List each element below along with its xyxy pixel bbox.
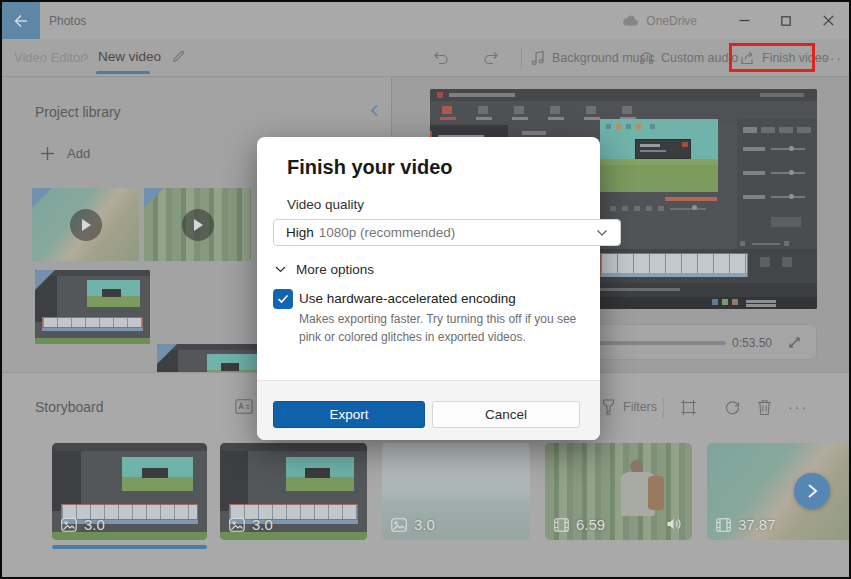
add-label: Add bbox=[67, 146, 90, 161]
finish-video-dialog: Finish your video Video quality High 108… bbox=[257, 137, 600, 440]
hardware-encoding-checkbox[interactable] bbox=[273, 289, 293, 309]
speaker-icon bbox=[666, 517, 682, 531]
back-arrow-icon bbox=[13, 13, 29, 29]
title-bar: Photos OneDrive bbox=[2, 2, 849, 39]
filters-label: Filters bbox=[623, 400, 657, 414]
play-icon bbox=[182, 209, 214, 241]
library-item-screen-recording-1[interactable] bbox=[35, 270, 150, 344]
undo-button[interactable] bbox=[432, 39, 449, 77]
film-icon bbox=[554, 518, 569, 532]
selected-fold-icon bbox=[32, 188, 52, 208]
window-controls bbox=[723, 2, 849, 39]
clip-duration: 3.0 bbox=[252, 516, 273, 533]
filters-button[interactable]: Filters bbox=[602, 399, 657, 415]
photo-icon bbox=[61, 518, 77, 532]
quality-value-secondary: 1080p (recommended) bbox=[319, 225, 456, 240]
background-music-button[interactable]: Background music bbox=[531, 39, 655, 77]
quality-value-primary: High bbox=[286, 225, 314, 240]
chevron-down-icon bbox=[275, 266, 286, 273]
custom-audio-label: Custom audio bbox=[661, 51, 738, 65]
chevron-down-icon bbox=[596, 229, 608, 237]
dialog-title: Finish your video bbox=[287, 156, 453, 179]
breadcrumb-new-video-tab[interactable]: New video bbox=[98, 49, 161, 64]
hardware-encoding-label: Use hardware-accelerated encoding bbox=[299, 291, 516, 306]
photo-icon bbox=[229, 518, 245, 532]
check-icon bbox=[277, 294, 289, 304]
rotate-icon[interactable] bbox=[724, 399, 741, 416]
clip-duration: 37.87 bbox=[738, 516, 776, 533]
back-button[interactable] bbox=[2, 2, 40, 39]
playback-time: 0:53.50 bbox=[732, 336, 772, 350]
delete-trash-icon[interactable] bbox=[757, 399, 772, 416]
active-tab-underline bbox=[96, 71, 150, 74]
clip-duration: 6.59 bbox=[576, 516, 605, 533]
minimize-button[interactable] bbox=[723, 2, 765, 39]
redo-button[interactable] bbox=[483, 39, 500, 77]
selected-fold-icon bbox=[157, 344, 177, 364]
photos-app-window: Photos OneDrive Video Editor New video bbox=[2, 2, 849, 577]
editor-toolbar: Video Editor New video Background music … bbox=[2, 39, 849, 77]
breadcrumb-video-editor[interactable]: Video Editor bbox=[14, 50, 85, 65]
collapse-panel-chevron-left-icon[interactable] bbox=[366, 100, 383, 121]
library-item-forest-hiker[interactable] bbox=[144, 188, 251, 261]
storyboard-clip-3[interactable]: 3.0 bbox=[382, 443, 530, 540]
selected-clip-underline bbox=[52, 545, 207, 549]
video-quality-dropdown[interactable]: High 1080p (recommended) bbox=[273, 219, 621, 246]
see-more-button[interactable]: ··· bbox=[823, 39, 843, 77]
breadcrumb-separator-icon bbox=[82, 52, 90, 62]
storyboard-clip-1[interactable]: 3.0 bbox=[52, 443, 207, 540]
photo-icon bbox=[391, 518, 407, 532]
finish-video-button[interactable]: Finish video bbox=[739, 39, 829, 77]
cloud-icon bbox=[622, 14, 639, 27]
plus-icon bbox=[40, 146, 55, 161]
dialog-footer: Export Cancel bbox=[257, 380, 600, 440]
selected-fold-icon bbox=[35, 270, 55, 290]
onedrive-label: OneDrive bbox=[646, 14, 697, 28]
cancel-button[interactable]: Cancel bbox=[432, 401, 580, 428]
hardware-encoding-description: Makes exporting faster. Try turning this… bbox=[299, 310, 591, 346]
project-library-title: Project library bbox=[35, 104, 121, 120]
maximize-button[interactable] bbox=[765, 2, 807, 39]
app-title: Photos bbox=[49, 2, 86, 39]
export-share-icon bbox=[739, 50, 755, 66]
finish-video-label: Finish video bbox=[762, 51, 829, 65]
library-item-aerial-beach[interactable] bbox=[32, 188, 139, 261]
film-icon bbox=[716, 518, 731, 532]
fullscreen-expand-icon[interactable] bbox=[787, 335, 802, 350]
headphones-icon bbox=[639, 50, 654, 66]
music-note-icon bbox=[531, 50, 545, 66]
rename-pencil-icon[interactable] bbox=[171, 49, 186, 64]
text-card-icon[interactable] bbox=[235, 399, 253, 414]
more-options-label: More options bbox=[296, 262, 374, 277]
add-media-button[interactable]: Add bbox=[40, 146, 90, 161]
video-quality-label: Video quality bbox=[287, 197, 364, 212]
onedrive-status[interactable]: OneDrive bbox=[622, 2, 697, 39]
screenshot-root: Photos OneDrive Video Editor New video bbox=[0, 0, 851, 579]
export-button[interactable]: Export bbox=[273, 401, 425, 428]
play-icon bbox=[70, 209, 102, 241]
storyboard-clip-4[interactable]: 6.59 bbox=[545, 443, 692, 540]
custom-audio-button[interactable]: Custom audio bbox=[639, 39, 738, 77]
close-button[interactable] bbox=[807, 2, 849, 39]
toolbar-divider bbox=[521, 48, 522, 68]
clip-duration: 3.0 bbox=[414, 516, 435, 533]
more-options-expander[interactable]: More options bbox=[275, 262, 374, 277]
filters-icon bbox=[602, 399, 615, 415]
crop-icon[interactable] bbox=[680, 399, 697, 416]
selected-fold-icon bbox=[144, 188, 164, 208]
storyboard-clip-2[interactable]: 3.0 bbox=[220, 443, 367, 540]
clip-duration: 3.0 bbox=[84, 516, 105, 533]
storyboard-toolbar-divider bbox=[663, 398, 664, 418]
scroll-next-button[interactable] bbox=[794, 473, 830, 509]
storyboard-title: Storyboard bbox=[35, 399, 103, 415]
storyboard-more-button[interactable]: ··· bbox=[788, 399, 808, 415]
